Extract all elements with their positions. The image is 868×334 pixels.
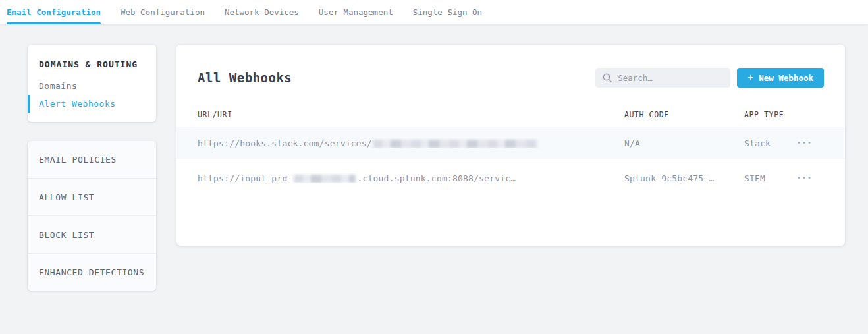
new-webhook-button-label: New Webhook bbox=[759, 73, 813, 83]
search-input[interactable] bbox=[595, 68, 730, 88]
sidebar-item-block-list[interactable]: BLOCK LIST bbox=[28, 215, 156, 253]
column-header-url: URL/URI bbox=[198, 110, 624, 119]
webhook-url: https://hooks.slack.com/services/ bbox=[198, 138, 624, 148]
redacted-url-segment bbox=[294, 175, 356, 183]
column-header-auth-code: AUTH CODE bbox=[624, 110, 744, 119]
page-content: DOMAINS & ROUTING Domains Alert Webhooks… bbox=[0, 24, 868, 291]
webhooks-header: All Webhooks + New Webhook bbox=[176, 45, 845, 88]
row-actions-button[interactable]: ••• bbox=[796, 137, 829, 149]
plus-icon: + bbox=[747, 73, 753, 83]
tab-email-configuration[interactable]: Email Configuration bbox=[7, 0, 101, 24]
table-header: URL/URI AUTH CODE APP TYPE bbox=[176, 106, 845, 127]
table-row-splunk[interactable]: https://input-prd-.cloud.splunk.com:8088… bbox=[176, 159, 845, 197]
search-icon bbox=[603, 73, 612, 82]
sidebar-sections-card: EMAIL POLICIES ALLOW LIST BLOCK LIST ENH… bbox=[28, 141, 156, 291]
header-actions: + New Webhook bbox=[595, 68, 824, 88]
auth-code-value: Splunk 9c5bc475-… bbox=[624, 173, 744, 183]
column-header-app-type: APP TYPE bbox=[744, 110, 796, 119]
domains-routing-heading: DOMAINS & ROUTING bbox=[28, 59, 156, 77]
page-title: All Webhooks bbox=[198, 70, 292, 85]
row-actions-button[interactable]: ••• bbox=[796, 172, 829, 184]
new-webhook-button[interactable]: + New Webhook bbox=[737, 68, 824, 88]
sidebar-item-email-policies[interactable]: EMAIL POLICIES bbox=[28, 141, 156, 178]
webhooks-panel: All Webhooks + New Webhook URL/URI AUTH … bbox=[176, 45, 845, 246]
domains-routing-card: DOMAINS & ROUTING Domains Alert Webhooks bbox=[28, 45, 156, 122]
sidebar-item-allow-list[interactable]: ALLOW LIST bbox=[28, 178, 156, 215]
app-type-value: Slack bbox=[744, 138, 796, 148]
tab-single-sign-on[interactable]: Single Sign On bbox=[413, 0, 482, 24]
sidebar-item-enhanced-detections[interactable]: ENHANCED DETECTIONS bbox=[28, 253, 156, 291]
webhook-url: https://input-prd-.cloud.splunk.com:8088… bbox=[198, 173, 624, 183]
tab-web-configuration[interactable]: Web Configuration bbox=[121, 0, 205, 24]
auth-code-value: N/A bbox=[624, 138, 744, 148]
table-row-slack[interactable]: https://hooks.slack.com/services/ N/A Sl… bbox=[176, 127, 845, 159]
app-type-value: SIEM bbox=[744, 173, 796, 183]
search-box bbox=[595, 68, 730, 88]
redacted-url-segment bbox=[373, 140, 538, 148]
sidebar-item-domains[interactable]: Domains bbox=[28, 77, 156, 95]
tab-network-devices[interactable]: Network Devices bbox=[225, 0, 299, 24]
tab-user-management[interactable]: User Management bbox=[319, 0, 393, 24]
sidebar: DOMAINS & ROUTING Domains Alert Webhooks… bbox=[28, 45, 156, 291]
top-nav: Email Configuration Web Configuration Ne… bbox=[0, 0, 868, 24]
sidebar-item-alert-webhooks[interactable]: Alert Webhooks bbox=[28, 95, 156, 113]
